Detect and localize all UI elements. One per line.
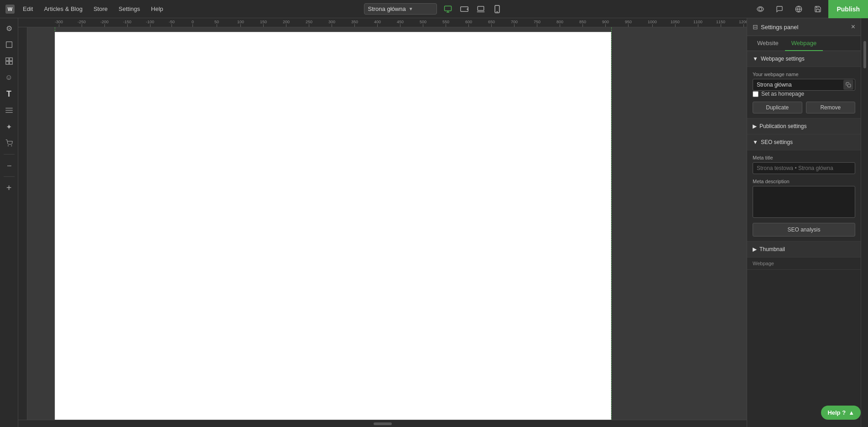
- ruler-tick: 450: [397, 20, 404, 27]
- sidebar-separator-2: [4, 176, 15, 177]
- settings-panel: ⊟ Settings panel × Website Webpage Webpa…: [747, 18, 861, 427]
- webpage-name-copy-button[interactable]: [843, 80, 853, 90]
- panel-title-text: Settings panel: [761, 24, 798, 31]
- ruler-tick: 900: [602, 20, 609, 27]
- set-homepage-row: Set as homepage: [753, 91, 855, 97]
- sidebar-item-cart[interactable]: [2, 136, 16, 150]
- comments-button[interactable]: [771, 0, 788, 18]
- thumbnail-title: Thumbnail: [753, 246, 785, 252]
- sidebar-item-lines[interactable]: [2, 103, 16, 118]
- ruler-tick: 350: [351, 20, 358, 27]
- svg-point-21: [11, 145, 11, 146]
- sidebar-item-tools[interactable]: ✦: [2, 119, 16, 134]
- meta-title-label: Meta title: [753, 155, 855, 160]
- canvas-scroll[interactable]: [18, 27, 747, 420]
- ruler-tick: 200: [283, 20, 290, 27]
- publication-settings-title: Publication settings: [753, 123, 806, 129]
- set-homepage-checkbox[interactable]: [753, 91, 759, 97]
- publication-settings-header[interactable]: Publication settings: [747, 118, 861, 134]
- chevron-down-icon: ▼: [409, 6, 413, 11]
- menu-articles[interactable]: Articles & Blog: [39, 3, 87, 15]
- menu-settings[interactable]: Settings: [114, 3, 145, 15]
- seo-settings-title: SEO settings: [753, 139, 793, 145]
- menu-help[interactable]: Help: [146, 3, 168, 15]
- webpage-settings-header[interactable]: Webpage settings: [747, 51, 861, 67]
- set-homepage-label[interactable]: Set as homepage: [761, 91, 804, 97]
- ruler-tick: -250: [78, 20, 86, 27]
- svg-rect-12: [6, 42, 12, 48]
- ruler-tick: 550: [442, 20, 449, 27]
- panel-tabs: Website Webpage: [747, 36, 861, 51]
- thumbnail-header[interactable]: Thumbnail: [747, 242, 861, 257]
- mobile-view-button[interactable]: [490, 2, 504, 16]
- panel-close-button[interactable]: ×: [851, 23, 855, 31]
- topbar: W Edit Articles & Blog Store Settings He…: [0, 0, 868, 18]
- scroll-thumb[interactable]: [374, 422, 392, 425]
- ruler-tick: 100: [237, 20, 244, 27]
- thumbnail-arrow: [753, 246, 757, 252]
- sidebar-item-settings[interactable]: ⚙: [2, 21, 16, 36]
- webpage-name-input[interactable]: [753, 79, 855, 91]
- ruler-tick: 1000: [648, 20, 657, 27]
- right-sidebar: [861, 18, 868, 427]
- seo-analysis-button[interactable]: SEO analysis: [753, 223, 855, 237]
- meta-title-input[interactable]: [753, 162, 855, 174]
- webpage-settings-arrow: [753, 56, 758, 62]
- meta-description-label: Meta description: [753, 179, 855, 184]
- seo-settings-header[interactable]: SEO settings: [747, 134, 861, 150]
- page-selector[interactable]: Strona główna ▼: [364, 3, 437, 15]
- tab-website[interactable]: Website: [751, 36, 785, 51]
- svg-rect-14: [9, 58, 12, 61]
- ruler-tick: -300: [55, 20, 63, 27]
- desktop-view-button[interactable]: [441, 2, 455, 16]
- panel-body: Webpage settings Your webpage name Set a…: [747, 51, 861, 427]
- tablet-landscape-view-button[interactable]: [457, 2, 472, 16]
- save-button[interactable]: [809, 0, 826, 18]
- tab-webpage[interactable]: Webpage: [785, 36, 823, 51]
- bottom-scrollbar[interactable]: [18, 420, 747, 427]
- translate-button[interactable]: [790, 0, 807, 18]
- ruler-tick: 1050: [670, 20, 680, 27]
- ruler-tick: -200: [100, 20, 109, 27]
- duplicate-button[interactable]: Duplicate: [753, 102, 802, 113]
- publish-button[interactable]: Publish: [828, 0, 868, 18]
- ruler-tick: 150: [260, 20, 267, 27]
- webpage-name-field-wrapper: [753, 79, 855, 91]
- device-icons: [441, 2, 504, 16]
- main-area: ⚙ ☺ T ✦ ··· + -300-250-200-150-100-50050…: [0, 18, 868, 427]
- svg-rect-15: [5, 62, 8, 64]
- ruler-tick: 950: [625, 20, 632, 27]
- laptop-view-button[interactable]: [473, 2, 488, 16]
- sidebar-item-add[interactable]: +: [2, 180, 16, 195]
- svg-rect-22: [848, 84, 851, 87]
- ruler-tick: 250: [306, 20, 312, 27]
- meta-description-input[interactable]: [753, 186, 855, 218]
- ruler-tick: 1150: [716, 20, 725, 27]
- menu-store[interactable]: Store: [89, 3, 112, 15]
- duplicate-remove-row: Duplicate Remove: [753, 102, 855, 113]
- svg-rect-2: [444, 6, 451, 11]
- remove-button[interactable]: Remove: [806, 102, 856, 113]
- svg-point-6: [467, 9, 468, 10]
- sidebar-item-more[interactable]: ···: [2, 158, 16, 173]
- help-button[interactable]: Help ? ▲: [821, 406, 861, 420]
- seo-settings-arrow: [753, 139, 758, 145]
- sidebar-item-pages[interactable]: [2, 37, 16, 52]
- svg-rect-7: [478, 6, 484, 10]
- ruler-tick: -50: [169, 20, 175, 27]
- menu-edit[interactable]: Edit: [18, 3, 37, 15]
- vertical-scrollbar-thumb[interactable]: [863, 41, 866, 68]
- sidebar-item-emoji[interactable]: ☺: [2, 70, 16, 85]
- seo-settings-content: Meta title Meta description SEO analysis: [747, 150, 861, 242]
- ruler-tick: 700: [511, 20, 518, 27]
- sidebar-item-backgrounds[interactable]: [2, 54, 16, 68]
- ruler-tick: 50: [214, 20, 219, 27]
- sidebar-item-text[interactable]: T: [2, 87, 16, 101]
- publication-settings-arrow: [753, 123, 757, 129]
- preview-button[interactable]: [752, 0, 769, 18]
- logo-button[interactable]: W: [4, 3, 16, 15]
- canvas-content[interactable]: [27, 27, 747, 420]
- webpage-settings-title: Webpage settings: [753, 56, 805, 62]
- page-canvas[interactable]: [55, 32, 611, 420]
- thumbnail-sub: Webpage: [747, 257, 861, 270]
